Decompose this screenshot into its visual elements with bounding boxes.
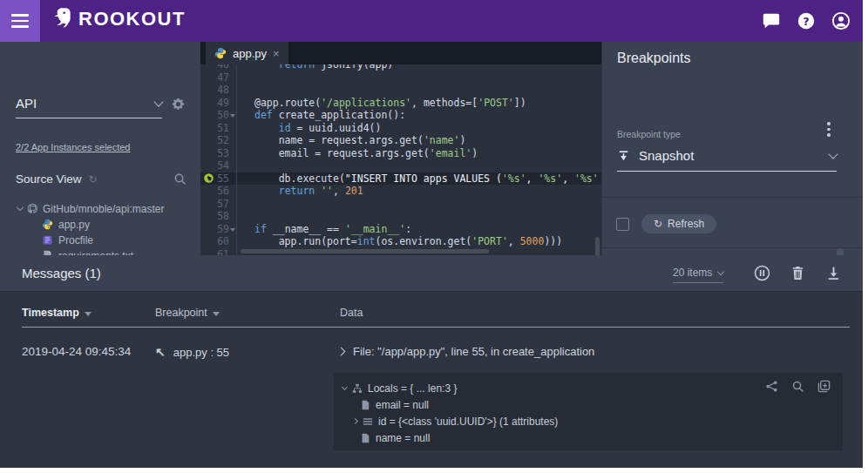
- line-number-gutter[interactable]: 55: [200, 172, 237, 186]
- line-number-gutter[interactable]: 53: [200, 147, 237, 160]
- chevron-right-icon: [337, 348, 346, 356]
- message-data-expander[interactable]: File: "/app/app.py", line 55, in create_…: [338, 345, 594, 358]
- code-line: 47: [200, 71, 601, 84]
- breakpoint-type-label: Breakpoint type: [617, 129, 681, 139]
- chevron-down-icon[interactable]: [342, 384, 348, 390]
- source-refresh-icon[interactable]: ↻: [89, 173, 98, 186]
- line-number-gutter[interactable]: 46: [200, 64, 237, 71]
- locals-root-row[interactable]: Locals = { ... len:3 }: [342, 380, 834, 396]
- environment-select-value: API: [16, 96, 155, 111]
- download-messages-icon[interactable]: [825, 265, 842, 281]
- file-tree: GitHub/mnoble/api:master app.py Procfile: [17, 201, 164, 263]
- line-number-gutter[interactable]: 59: [200, 223, 237, 236]
- column-header-breakpoint[interactable]: Breakpoint: [155, 307, 220, 319]
- list-icon: [363, 416, 373, 427]
- locals-var-name[interactable]: name = null: [360, 429, 834, 446]
- line-number-gutter[interactable]: 57: [200, 198, 237, 211]
- code-text: return '', 201: [237, 185, 363, 198]
- goto-source-arrow-icon[interactable]: ↖: [155, 345, 166, 359]
- chat-icon[interactable]: [762, 11, 781, 30]
- environment-select[interactable]: API: [16, 96, 162, 118]
- code-text: [237, 84, 254, 97]
- clear-messages-icon[interactable]: [790, 265, 806, 281]
- file-item-app-py[interactable]: app.py: [42, 217, 164, 232]
- line-number-gutter[interactable]: 54: [200, 159, 237, 172]
- svg-text:?: ?: [803, 15, 809, 28]
- locals-var-email[interactable]: email = null: [360, 396, 834, 413]
- line-number-gutter[interactable]: 58: [200, 210, 237, 223]
- locals-inspector: Locals = { ... len:3 } email = null id =…: [334, 373, 843, 450]
- locals-var-label: email = null: [376, 399, 429, 411]
- line-number-gutter[interactable]: 51: [200, 122, 237, 135]
- breakpoints-title: Breakpoints: [617, 51, 691, 66]
- message-timestamp: 2019-04-24 09:45:34: [22, 345, 131, 358]
- rookout-app-window: ROOKOUT ? API: [0, 0, 863, 468]
- search-icon[interactable]: [173, 172, 186, 186]
- messages-table: Timestamp Breakpoint Data 2019-04-24 09:…: [0, 292, 863, 468]
- code-text: email = request.args.get('email'): [237, 147, 478, 160]
- line-number-gutter[interactable]: 56: [200, 185, 237, 198]
- breakpoint-bird-icon[interactable]: [203, 172, 214, 184]
- chevron-down-icon: [828, 149, 837, 159]
- top-navigation-bar: ROOKOUT ?: [0, 0, 863, 42]
- share-icon[interactable]: [765, 380, 778, 393]
- refresh-button[interactable]: ↻ Refresh: [641, 214, 716, 233]
- hamburger-menu-button[interactable]: [0, 0, 40, 42]
- pause-messages-icon[interactable]: [754, 265, 770, 281]
- code-viewport[interactable]: 46 return jsonify(app)474849@app.route('…: [200, 64, 601, 255]
- locals-var-id[interactable]: id = {<class 'uuid.UUID'>} (1 attributes…: [353, 413, 834, 429]
- tree-structure-icon: [352, 383, 363, 394]
- code-text: if __name__ == '__main__':: [237, 223, 411, 236]
- help-icon[interactable]: ?: [797, 11, 816, 30]
- column-header-timestamp[interactable]: Timestamp: [22, 307, 92, 319]
- source-view-label: Source View: [16, 172, 82, 186]
- file-item-procfile[interactable]: Procfile: [42, 233, 164, 247]
- message-frame-text: File: "/app/app.py", line 55, in create_…: [353, 345, 594, 358]
- app-instances-link[interactable]: 2/2 App Instances selected: [16, 142, 130, 152]
- add-to-watch-icon[interactable]: [817, 380, 831, 393]
- code-line: 55 db.execute("INSERT INTO apps VALUES (…: [200, 172, 601, 186]
- rookout-bird-icon: [51, 6, 73, 32]
- code-fold-icon[interactable]: [230, 228, 235, 232]
- page-size-select[interactable]: 20 items: [673, 267, 723, 283]
- code-line: 49@app.route('/applications', methods=['…: [200, 97, 601, 110]
- vertical-scrollbar[interactable]: [595, 237, 600, 255]
- line-number-gutter[interactable]: 60: [200, 235, 237, 248]
- file-label: Procfile: [58, 234, 93, 247]
- code-line: 52 name = request.args.get('name'): [200, 134, 601, 147]
- code-text: db.execute("INSERT INTO apps VALUES ('%s…: [237, 172, 599, 186]
- code-line: 56 return '', 201: [200, 185, 601, 198]
- table-header-divider: [22, 327, 850, 328]
- tab-close-icon[interactable]: ×: [273, 48, 280, 59]
- kebab-menu-icon[interactable]: [823, 122, 835, 139]
- code-editor: app.py × 46 return jsonify(app)474849@ap…: [200, 42, 601, 255]
- line-number-gutter[interactable]: 52: [200, 134, 237, 147]
- user-account-icon[interactable]: [831, 11, 851, 30]
- code-line: 51 id = uuid.uuid4(): [200, 122, 601, 135]
- line-number-gutter[interactable]: 49: [200, 97, 237, 110]
- code-line: 60 app.run(port=int(os.environ.get('PORT…: [200, 235, 601, 248]
- search-icon[interactable]: [791, 380, 804, 393]
- chevron-down-icon: [717, 267, 724, 274]
- file-icon: [360, 433, 370, 443]
- line-number-gutter[interactable]: 61: [200, 248, 237, 256]
- chevron-right-icon[interactable]: [352, 418, 358, 424]
- tab-app-py[interactable]: app.py ×: [206, 42, 288, 64]
- line-number-gutter[interactable]: 48: [200, 84, 237, 97]
- sort-icon: [85, 312, 92, 316]
- messages-header: Messages (1) 20 items: [0, 255, 863, 292]
- horizontal-scrollbar[interactable]: [241, 249, 489, 253]
- repo-tree-root[interactable]: GitHub/mnoble/api:master: [17, 201, 164, 216]
- breakpoint-type-select[interactable]: Snapshot: [617, 148, 837, 172]
- line-number-gutter[interactable]: 50: [200, 109, 237, 122]
- code-line: 58: [200, 210, 601, 223]
- gear-icon[interactable]: [172, 98, 185, 111]
- line-number-gutter[interactable]: 47: [200, 71, 237, 84]
- code-text: [237, 210, 254, 223]
- column-header-data[interactable]: Data: [340, 307, 363, 319]
- select-all-checkbox[interactable]: [616, 218, 629, 231]
- sort-icon: [213, 312, 220, 316]
- locals-var-label: id = {<class 'uuid.UUID'>} (1 attributes…: [378, 416, 558, 428]
- code-fold-icon[interactable]: [230, 114, 235, 118]
- python-file-icon: [42, 219, 53, 230]
